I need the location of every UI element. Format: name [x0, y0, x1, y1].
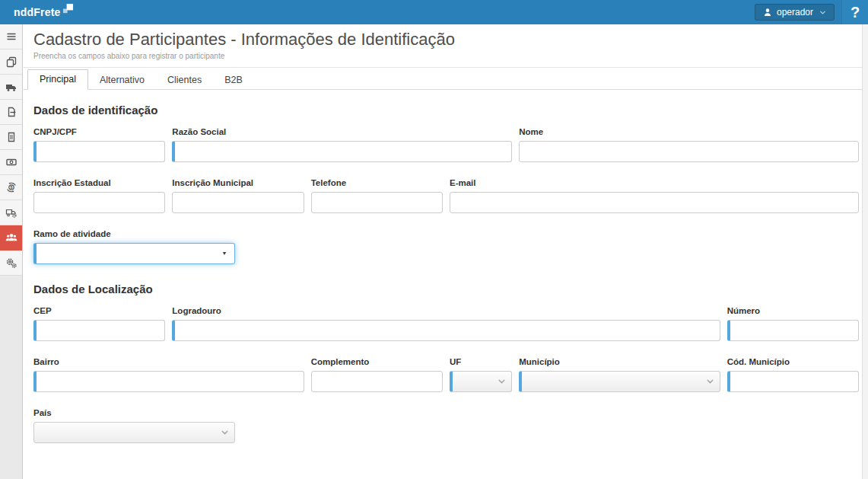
section-heading-dados-de-identificacao: Dados de identificação	[33, 104, 859, 117]
form-row: Inscrição EstadualInscrição MunicipalTel…	[33, 178, 859, 213]
field-group-cod-municipio: Cód. Município	[727, 357, 859, 392]
field-label-uf: UF	[450, 357, 512, 366]
field-inscricao-estadual[interactable]	[33, 192, 165, 213]
chevron-down-icon	[705, 377, 715, 387]
sidebar-item-document[interactable]	[0, 125, 22, 150]
tab-principal[interactable]: Principal	[27, 69, 88, 90]
field-group-cep: CEP	[33, 306, 165, 341]
field-inscricao-municipal[interactable]	[172, 192, 304, 213]
field-group-uf: UF	[450, 357, 512, 392]
help-button[interactable]: ?	[841, 0, 868, 24]
field-group-inscricao-estadual: Inscrição Estadual	[33, 178, 165, 213]
tab-alternativo[interactable]: Alternativo	[88, 71, 156, 90]
page-header: Cadastro de Participantes - Informações …	[24, 24, 862, 68]
page-title: Cadastro de Participantes - Informações …	[33, 30, 851, 49]
field-bairro[interactable]	[33, 371, 304, 392]
field-uf[interactable]	[450, 371, 512, 392]
tab-b2b[interactable]: B2B	[213, 71, 254, 90]
sidebar-item-participants[interactable]	[0, 225, 22, 251]
field-group-nome: Nome	[519, 127, 859, 162]
field-label-nome: Nome	[519, 127, 859, 136]
chevron-down-icon	[220, 428, 230, 438]
topbar-right: operador ?	[755, 0, 868, 24]
field-group-pais: País	[33, 408, 235, 443]
gears-icon	[5, 257, 17, 269]
section-dados-de-localizacao: Dados de LocalizaçãoCEPLogradouroNúmeroB…	[33, 283, 859, 443]
form-row: CNPJ/CPFRazão SocialNome	[33, 127, 859, 162]
field-group-numero: Número	[727, 306, 859, 341]
field-label-pais: País	[33, 408, 235, 417]
tab-bar: PrincipalAlternativoClientesB2B	[24, 68, 862, 90]
field-label-cep: CEP	[33, 306, 165, 315]
form-row: Ramo de atividade▼	[33, 229, 859, 264]
page-subtitle: Preencha os campos abaixo para registrar…	[33, 52, 851, 60]
section-dados-de-identificacao: Dados de identificaçãoCNPJ/CPFRazão Soci…	[33, 104, 859, 264]
field-label-cod-municipio: Cód. Município	[727, 357, 859, 366]
field-label-email: E-mail	[450, 178, 859, 187]
truck-icon	[5, 81, 17, 93]
field-numero[interactable]	[727, 320, 859, 341]
field-group-bairro: Bairro	[33, 357, 304, 392]
truck-gear-icon	[5, 206, 17, 219]
user-menu-label: operador	[777, 7, 813, 18]
field-ramo-de-atividade[interactable]: ▼	[33, 243, 235, 264]
field-label-telefone: Telefone	[311, 178, 443, 187]
sidebar: $	[0, 24, 23, 479]
field-label-municipio: Município	[519, 357, 720, 366]
field-cnpj-cpf[interactable]	[33, 141, 165, 162]
menu-icon	[5, 30, 17, 43]
sidebar-item-payments[interactable]: $	[0, 175, 22, 200]
app-logo-text: nddFrete	[14, 5, 61, 19]
sidebar-item-documents[interactable]	[0, 49, 22, 75]
copy-icon	[5, 56, 17, 68]
field-complemento[interactable]	[311, 371, 443, 392]
sidebar-item-freight[interactable]	[0, 75, 22, 100]
field-label-inscricao-estadual: Inscrição Estadual	[33, 178, 165, 187]
user-menu-button[interactable]: operador	[755, 4, 835, 21]
sidebar-item-money[interactable]	[0, 150, 22, 175]
field-email[interactable]	[450, 192, 859, 213]
field-cod-municipio[interactable]	[727, 371, 859, 392]
field-pais[interactable]	[33, 422, 235, 443]
help-label: ?	[851, 4, 860, 21]
app-logo[interactable]: nddFrete	[14, 5, 74, 19]
document-icon	[5, 131, 17, 143]
field-label-logradouro: Logradouro	[172, 306, 720, 315]
scrollbar-track[interactable]	[862, 24, 868, 479]
field-label-ramo-de-atividade: Ramo de atividade	[33, 229, 235, 238]
participant-form: Dados de identificaçãoCNPJ/CPFRazão Soci…	[24, 90, 862, 455]
sidebar-item-fleet[interactable]	[0, 200, 22, 225]
users-icon	[5, 232, 17, 244]
sidebar-item-settings[interactable]	[0, 251, 22, 276]
field-label-numero: Número	[727, 306, 859, 315]
field-label-inscricao-municipal: Inscrição Municipal	[172, 178, 304, 187]
money-icon	[5, 156, 17, 168]
form-row: CEPLogradouroNúmero	[33, 306, 859, 341]
top-bar: nddFrete operador ?	[0, 0, 868, 24]
form-row: País	[33, 408, 859, 443]
field-group-email: E-mail	[450, 178, 859, 213]
field-telefone[interactable]	[311, 192, 443, 213]
field-label-bairro: Bairro	[33, 357, 304, 366]
tab-clientes[interactable]: Clientes	[156, 71, 213, 90]
sidebar-item-export[interactable]	[0, 100, 22, 125]
field-cep[interactable]	[33, 320, 165, 341]
logo-squares-icon	[62, 4, 74, 14]
field-razao-social[interactable]	[172, 141, 512, 162]
svg-text:$: $	[10, 185, 12, 190]
field-group-telefone: Telefone	[311, 178, 443, 213]
field-nome[interactable]	[519, 141, 859, 162]
main-content: Cadastro de Participantes - Informações …	[24, 24, 862, 479]
chevron-down-icon	[497, 377, 507, 387]
dropdown-arrow-icon: ▼	[222, 251, 227, 256]
form-row: BairroComplementoUFMunicípioCód. Municíp…	[33, 357, 859, 392]
field-group-cnpj-cpf: CNPJ/CPF	[33, 127, 165, 162]
field-group-inscricao-municipal: Inscrição Municipal	[172, 178, 304, 213]
user-icon	[762, 7, 773, 18]
field-group-municipio: Município	[519, 357, 720, 392]
field-municipio[interactable]	[519, 371, 720, 392]
sidebar-item-menu[interactable]	[0, 24, 22, 49]
field-logradouro[interactable]	[172, 320, 720, 341]
field-group-razao-social: Razão Social	[172, 127, 512, 162]
field-group-logradouro: Logradouro	[172, 306, 720, 341]
